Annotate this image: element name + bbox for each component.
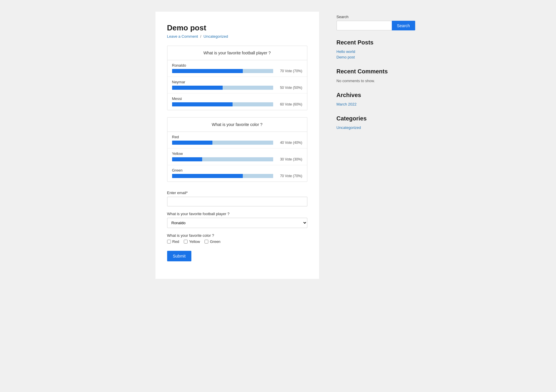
poll-item-messi: Messi 60 Vote (60%) xyxy=(167,94,307,110)
poll-bar-row-red: 40 Vote (40%) xyxy=(172,141,302,145)
football-select-label: What is your favorite football player ? xyxy=(167,212,307,216)
submit-button[interactable]: Submit xyxy=(167,251,192,261)
poll-votes-ronaldo: 70 Vote (70%) xyxy=(276,69,302,73)
poll-bar-row-yellow: 30 Vote (30%) xyxy=(172,157,302,161)
sidebar: Search Search Recent Posts Hello world D… xyxy=(337,12,401,279)
email-group: Enter email* xyxy=(167,191,307,206)
poll-label-yellow: Yellow xyxy=(172,151,302,156)
recent-posts-title: Recent Posts xyxy=(337,39,401,46)
football-select-group: What is your favorite football player ? … xyxy=(167,212,307,228)
checkbox-green-text: Green xyxy=(210,239,220,244)
checkbox-red-label[interactable]: Red xyxy=(167,239,179,244)
vote-form: Enter email* What is your favorite footb… xyxy=(167,191,307,261)
sidebar-categories: Categories Uncategorized xyxy=(337,115,401,130)
category-uncategorized[interactable]: Uncategorized xyxy=(337,125,401,130)
poll-label-ronaldo: Ronaldo xyxy=(172,63,302,68)
recent-post-hello-world[interactable]: Hello world xyxy=(337,49,401,54)
poll-label-red: Red xyxy=(172,135,302,139)
poll-fill-ronaldo xyxy=(172,69,243,73)
recent-post-demo-post[interactable]: Demo post xyxy=(337,55,401,59)
poll-bar-row-green: 70 Vote (70%) xyxy=(172,174,302,178)
poll-fill-green xyxy=(172,174,243,178)
recent-comments-title: Recent Comments xyxy=(337,68,401,75)
sidebar-recent-posts: Recent Posts Hello world Demo post xyxy=(337,39,401,59)
poll-track-green xyxy=(172,174,273,178)
sidebar-search-section: Search Search xyxy=(337,15,401,30)
poll-fill-neymar xyxy=(172,86,223,90)
meta-separator: / xyxy=(200,34,201,39)
checkbox-red[interactable] xyxy=(167,240,171,244)
poll-item-green: Green 70 Vote (70%) xyxy=(167,165,307,182)
poll-item-yellow: Yellow 30 Vote (30%) xyxy=(167,148,307,165)
poll-votes-green: 70 Vote (70%) xyxy=(276,174,302,178)
leave-comment-link[interactable]: Leave a Comment xyxy=(167,34,198,39)
checkbox-green[interactable] xyxy=(205,240,208,244)
poll-votes-red: 40 Vote (40%) xyxy=(276,141,302,145)
checkbox-yellow-label[interactable]: Yellow xyxy=(184,239,200,244)
checkbox-yellow-text: Yellow xyxy=(189,239,200,244)
poll-label-neymar: Neymar xyxy=(172,80,302,84)
poll-votes-messi: 60 Vote (60%) xyxy=(276,102,302,106)
checkbox-red-text: Red xyxy=(172,239,179,244)
categories-title: Categories xyxy=(337,115,401,122)
archives-title: Archives xyxy=(337,92,401,99)
poll-track-yellow xyxy=(172,157,273,161)
color-checkbox-label: What is your favorite color ? xyxy=(167,233,307,238)
poll-track-messi xyxy=(172,102,273,106)
poll-bar-row-neymar: 50 Vote (50%) xyxy=(172,86,302,90)
football-select[interactable]: Ronaldo Neymar Messi xyxy=(167,218,307,228)
email-label: Enter email* xyxy=(167,191,307,195)
category-link[interactable]: Uncategorized xyxy=(204,34,228,39)
poll-fill-red xyxy=(172,141,212,145)
email-input[interactable] xyxy=(167,197,307,206)
search-row: Search xyxy=(337,21,401,30)
search-button[interactable]: Search xyxy=(392,21,415,30)
poll-color-title: What is your favorite color ? xyxy=(167,118,307,132)
page-wrapper: Demo post Leave a Comment / Uncategorize… xyxy=(0,0,556,291)
poll-votes-neymar: 50 Vote (50%) xyxy=(276,86,302,90)
archive-march-2022[interactable]: March 2022 xyxy=(337,102,401,106)
poll-fill-messi xyxy=(172,102,233,106)
poll-bar-row-ronaldo: 70 Vote (70%) xyxy=(172,69,302,73)
main-content: Demo post Leave a Comment / Uncategorize… xyxy=(155,12,319,279)
color-checkboxes: Red Yellow Green xyxy=(167,239,307,244)
post-meta: Leave a Comment / Uncategorized xyxy=(167,34,307,39)
poll-votes-yellow: 30 Vote (30%) xyxy=(276,157,302,161)
poll-track-red xyxy=(172,141,273,145)
poll-item-red: Red 40 Vote (40%) xyxy=(167,132,307,148)
sidebar-archives: Archives March 2022 xyxy=(337,92,401,106)
checkbox-yellow[interactable] xyxy=(184,240,188,244)
post-title: Demo post xyxy=(167,23,307,32)
poll-color: What is your favorite color ? Red 40 Vot… xyxy=(167,117,307,182)
poll-item-ronaldo: Ronaldo 70 Vote (70%) xyxy=(167,60,307,77)
poll-bar-row-messi: 60 Vote (60%) xyxy=(172,102,302,106)
poll-label-messi: Messi xyxy=(172,96,302,101)
poll-football: What is your favorite football player ? … xyxy=(167,46,307,110)
poll-football-title: What is your favorite football player ? xyxy=(167,46,307,60)
poll-track-neymar xyxy=(172,86,273,90)
poll-track-ronaldo xyxy=(172,69,273,73)
sidebar-recent-comments: Recent Comments No comments to show. xyxy=(337,68,401,83)
poll-label-green: Green xyxy=(172,168,302,172)
poll-fill-yellow xyxy=(172,157,202,161)
search-input[interactable] xyxy=(337,21,392,30)
color-checkbox-group: What is your favorite color ? Red Yellow… xyxy=(167,233,307,244)
checkbox-green-label[interactable]: Green xyxy=(205,239,220,244)
search-label: Search xyxy=(337,15,401,19)
no-comments-text: No comments to show. xyxy=(337,79,375,83)
poll-item-neymar: Neymar 50 Vote (50%) xyxy=(167,77,307,94)
